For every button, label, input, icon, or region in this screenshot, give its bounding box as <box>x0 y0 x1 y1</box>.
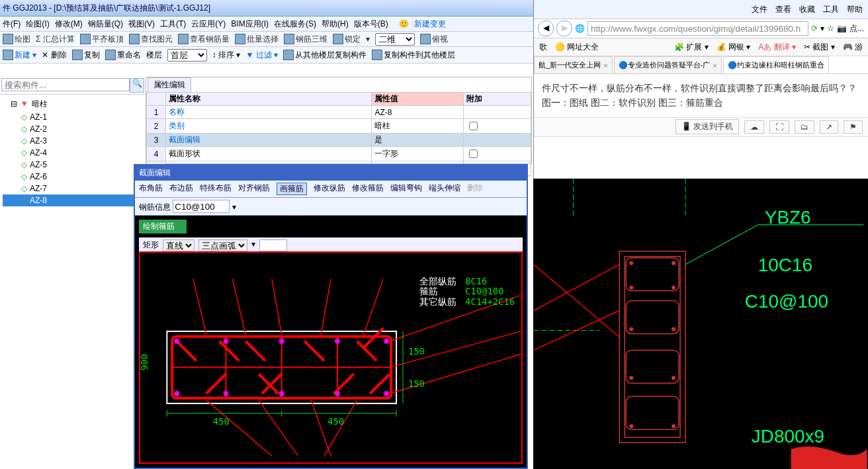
svg-text:4C14+2C16: 4C14+2C16 <box>465 296 515 307</box>
cloud-icon[interactable]: ☁ <box>744 120 764 134</box>
share-icon[interactable]: ↗ <box>820 120 838 134</box>
tool-steel3d[interactable]: 钢筋三维 <box>284 34 327 45</box>
more-link[interactable]: 点... <box>849 23 864 34</box>
svg-text:8C16: 8C16 <box>465 276 487 286</box>
tree-item-selected[interactable]: ◇AZ-8 <box>3 194 143 206</box>
menu-file[interactable]: 件(F) <box>3 19 21 30</box>
menu-version[interactable]: 版本号(B) <box>354 19 388 30</box>
svg-point-70 <box>629 376 633 380</box>
steel-info-input[interactable] <box>173 200 230 213</box>
prop-check[interactable] <box>469 149 478 158</box>
browser-tab[interactable]: 航_新一代安全上网× <box>534 56 613 73</box>
back-button[interactable]: ◀ <box>538 21 554 36</box>
component-tree-pane: 🔍 ⊟ 🔻 暗柱 ◇AZ-1 ◇AZ-2 ◇AZ-3 ◇AZ-4 ◇AZ-5 ◇… <box>0 77 146 469</box>
bank-button[interactable]: 💰 网银 ▾ <box>716 42 751 53</box>
menu-newchange[interactable]: 新建变更 <box>414 19 446 30</box>
menu-tool[interactable]: 工具(T) <box>160 19 186 30</box>
send-phone-button[interactable]: 📱 发送到手机 <box>675 119 739 134</box>
tool-corner[interactable]: 布角筋 <box>139 183 163 195</box>
forward-button[interactable]: ▶ <box>556 21 572 36</box>
tree-item[interactable]: ◇AZ-3 <box>3 135 143 147</box>
tool-align[interactable]: 对齐钢筋 <box>238 183 270 195</box>
page-text: 件尺寸不一样，纵筋分布不一样，软件识别直接调整了距离会影响最后吗？？ 图一：图纸… <box>534 74 868 117</box>
menu-online[interactable]: 在线服务(S) <box>274 19 316 30</box>
tool-rename[interactable]: 重命名 <box>105 50 141 61</box>
tab-close-icon[interactable]: × <box>603 62 607 69</box>
menu-bim[interactable]: BIM应用(I) <box>231 19 269 30</box>
property-tab[interactable]: 属性编辑 <box>148 77 191 92</box>
floor-select[interactable]: 首层 <box>167 49 207 62</box>
tool-extend[interactable]: 端头伸缩 <box>429 183 460 195</box>
game-button[interactable]: 🎮 游 <box>843 42 863 53</box>
search-input[interactable] <box>1 78 130 91</box>
layers-icon[interactable]: 🗂 <box>795 120 814 134</box>
svg-line-31 <box>364 279 384 335</box>
tool-special[interactable]: 特殊布筋 <box>200 183 232 195</box>
search-button[interactable]: 🔍 <box>130 78 144 93</box>
tool-topview[interactable]: 俯视 <box>420 34 448 45</box>
view-mode-select[interactable]: 二维 <box>375 33 415 46</box>
tool-batch[interactable]: 批量选择 <box>235 34 279 45</box>
browser-menu-fav[interactable]: 收藏 <box>799 4 815 15</box>
bookmark-b[interactable]: 🟡 网址大全 <box>555 42 599 53</box>
refresh-icon[interactable]: ⟳ <box>811 24 818 33</box>
browser-menu-tool[interactable]: 工具 <box>823 4 839 15</box>
browser-menu-view[interactable]: 查看 <box>775 4 791 15</box>
line-select[interactable]: 直线 <box>163 239 195 251</box>
browser-tab[interactable]: 🔵 专业造价问题答疑平台-广× <box>614 56 722 73</box>
tree-item[interactable]: ◇AZ-2 <box>3 123 143 135</box>
tool-draw[interactable]: 绘图 <box>3 34 30 45</box>
flag-icon[interactable]: ⚑ <box>844 120 863 134</box>
tool-delete[interactable]: ✕ 删除 <box>42 50 66 61</box>
tool-del[interactable]: 删除 <box>467 183 483 195</box>
tree-item[interactable]: ◇AZ-6 <box>3 171 143 183</box>
menu-steel[interactable]: 钢筋量(Q) <box>88 19 123 30</box>
tool-new[interactable]: 新建 ▾ <box>3 50 36 61</box>
tool-modlong[interactable]: 修改纵筋 <box>314 183 345 195</box>
svg-text:全部纵筋: 全部纵筋 <box>419 276 456 286</box>
compat-icon[interactable]: 📷 <box>837 24 847 33</box>
tree-root[interactable]: ⊟ 🔻 暗柱 <box>3 97 143 111</box>
svg-point-64 <box>629 261 633 265</box>
url-input[interactable] <box>587 21 808 36</box>
tool-edge[interactable]: 布边筋 <box>169 183 193 195</box>
tab-close-icon[interactable]: × <box>713 62 716 69</box>
ext-button[interactable]: 🧩 扩展 ▾ <box>674 42 709 53</box>
menu-help[interactable]: 帮助(H) <box>322 19 349 30</box>
svg-point-71 <box>672 376 675 380</box>
arc-select[interactable]: 三点画弧 <box>198 239 247 251</box>
cad-drawing[interactable]: YBZ6 10C16 C10@100 JD800x9 <box>533 179 868 469</box>
tree-item[interactable]: ◇AZ-1 <box>3 111 143 123</box>
tree-item[interactable]: ◇AZ-5 <box>3 159 143 171</box>
menu-view[interactable]: 视图(V) <box>128 19 155 30</box>
tool-copyfrom[interactable]: 从其他楼层复制构件 <box>283 50 367 61</box>
star-icon[interactable]: ☆ <box>827 24 834 33</box>
tool-hook[interactable]: 编辑弯钩 <box>390 183 422 195</box>
prop-check[interactable] <box>469 122 478 130</box>
browser-menu-help[interactable]: 帮助 <box>847 4 863 15</box>
browser-menu-file[interactable]: 文件 <box>752 4 767 15</box>
section-canvas[interactable]: 450 450 150 150 全部纵筋8C16 箍筋C10@100 其它纵筋4… <box>139 251 523 464</box>
tree-item[interactable]: ◇AZ-7 <box>3 183 143 194</box>
bookmark-a[interactable]: 歌 <box>539 42 547 53</box>
screenshot-button[interactable]: ✂ 截图 ▾ <box>804 42 835 53</box>
tool-stirrup[interactable]: 画箍筋 <box>277 183 307 195</box>
tool-filter[interactable]: ▼ 过滤 ▾ <box>245 50 278 61</box>
tool-copyto[interactable]: 复制构件到其他楼层 <box>372 50 455 61</box>
tool-modstirrup[interactable]: 修改箍筋 <box>352 183 384 195</box>
tool-viewsteel[interactable]: 查看钢筋量 <box>178 34 230 45</box>
menu-draw[interactable]: 绘图(I) <box>26 19 49 30</box>
tool-sum[interactable]: Σ 汇总计算 <box>36 34 75 45</box>
expand-icon[interactable]: ⛶ <box>769 120 789 134</box>
menu-cloud[interactable]: 云应用(Y) <box>191 19 226 30</box>
tree-item[interactable]: ◇AZ-4 <box>3 147 143 159</box>
tool-viewsrc[interactable]: 查找图元 <box>129 34 173 45</box>
tool-flat[interactable]: 平齐板顶 <box>80 34 124 45</box>
translate-button[interactable]: Aあ 翻译 ▾ <box>758 42 796 53</box>
tool-copy[interactable]: 复制 <box>72 50 100 61</box>
tool-lock[interactable]: 锁定 <box>333 34 361 45</box>
browser-tab-active[interactable]: 🔵 约束边缘柱和暗柱钢筋重合 <box>723 56 829 73</box>
svg-text:其它纵筋: 其它纵筋 <box>419 296 456 307</box>
menu-modify[interactable]: 修改(M) <box>55 19 83 30</box>
tool-sort[interactable]: ↕ 排序 ▾ <box>212 50 241 61</box>
